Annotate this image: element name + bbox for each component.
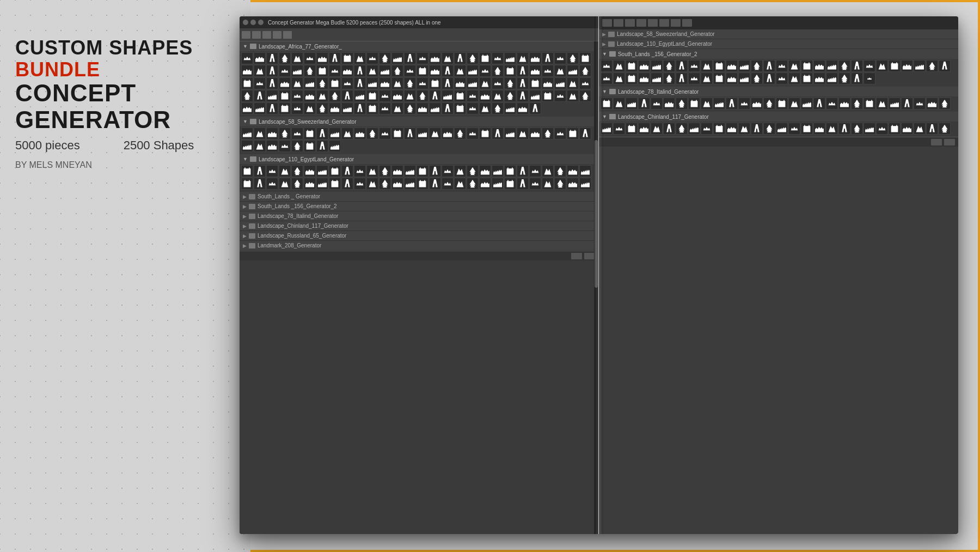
shape-cell[interactable]: [663, 123, 675, 135]
right-collapsed-switzerland[interactable]: ▶ Landscape_58_Sweezerland_Generator: [599, 29, 958, 39]
collapsed-chinland[interactable]: ▶ Landscape_Chinland_117_Generator: [240, 221, 598, 231]
shape-cell[interactable]: [429, 128, 441, 139]
shape-cell[interactable]: [467, 165, 479, 177]
shape-cell[interactable]: [341, 52, 353, 64]
right-toolbar-btn-3[interactable]: [625, 19, 635, 27]
shape-cell[interactable]: [467, 52, 479, 64]
shape-cell[interactable]: [291, 52, 303, 64]
shape-cell[interactable]: [329, 77, 341, 89]
shape-cell[interactable]: [291, 65, 303, 77]
shape-cell[interactable]: [266, 102, 278, 114]
shape-cell[interactable]: [763, 60, 775, 72]
shape-cell[interactable]: [429, 65, 441, 77]
shape-cell[interactable]: [579, 77, 591, 89]
shape-cell[interactable]: [492, 128, 504, 139]
shape-cell[interactable]: [454, 178, 466, 190]
shape-cell[interactable]: [404, 128, 416, 139]
shape-cell[interactable]: [776, 123, 788, 135]
shape-cell[interactable]: [567, 178, 579, 190]
shape-cell[interactable]: [416, 165, 428, 177]
shape-cell[interactable]: [454, 52, 466, 64]
shape-cell[interactable]: [567, 52, 579, 64]
shape-cell[interactable]: [479, 178, 491, 190]
shape-cell[interactable]: [939, 98, 951, 110]
shape-cell[interactable]: [504, 178, 516, 190]
shape-cell[interactable]: [316, 52, 328, 64]
shape-cell[interactable]: [442, 178, 454, 190]
section-header-switzerland[interactable]: ▼ Landscape_58_Sweezerland_Generator: [240, 117, 598, 126]
shape-cell[interactable]: [454, 128, 466, 139]
shape-cell[interactable]: [863, 98, 875, 110]
shape-cell[interactable]: [442, 90, 454, 102]
shape-cell[interactable]: [454, 65, 466, 77]
shape-cell[interactable]: [304, 140, 316, 152]
shape-cell[interactable]: [304, 65, 316, 77]
shape-cell[interactable]: [901, 123, 913, 135]
shape-cell[interactable]: [316, 140, 328, 152]
shape-cell[interactable]: [416, 102, 428, 114]
shape-cell[interactable]: [241, 52, 253, 64]
shape-cell[interactable]: [492, 65, 504, 77]
shape-cell[interactable]: [304, 178, 316, 190]
shape-cell[interactable]: [391, 165, 403, 177]
shape-cell[interactable]: [851, 98, 863, 110]
shape-cell[interactable]: [354, 128, 366, 139]
section-header-egypt[interactable]: ▼ Landscape_110_EgyptLand_Generator: [240, 154, 598, 164]
shape-cell[interactable]: [279, 140, 291, 152]
shape-cell[interactable]: [429, 90, 441, 102]
shape-cell[interactable]: [613, 60, 625, 72]
shape-cell[interactable]: [726, 98, 738, 110]
shape-cell[interactable]: [354, 102, 366, 114]
shape-cell[interactable]: [876, 123, 888, 135]
shape-cell[interactable]: [391, 128, 403, 139]
shape-cell[interactable]: [542, 165, 554, 177]
shape-cell[interactable]: [366, 165, 378, 177]
shape-cell[interactable]: [404, 65, 416, 77]
right-collapsed-egypt[interactable]: ▶ Landscape_110_EgyptLand_Generator: [599, 39, 958, 49]
shape-cell[interactable]: [751, 72, 763, 84]
shape-cell[interactable]: [379, 90, 391, 102]
shape-cell[interactable]: [254, 102, 266, 114]
right-toolbar-btn-8[interactable]: [682, 19, 692, 27]
shape-cell[interactable]: [467, 65, 479, 77]
shape-cell[interactable]: [241, 65, 253, 77]
shape-cell[interactable]: [279, 128, 291, 139]
shape-cell[interactable]: [492, 102, 504, 114]
section-header-africa[interactable]: ▼ Landscape_Africa_77_Generator_: [240, 41, 598, 51]
shape-cell[interactable]: [676, 98, 688, 110]
shape-cell[interactable]: [341, 178, 353, 190]
shape-cell[interactable]: [926, 123, 938, 135]
shape-cell[interactable]: [517, 90, 529, 102]
shape-cell[interactable]: [914, 60, 926, 72]
shape-cell[interactable]: [304, 128, 316, 139]
shape-cell[interactable]: [442, 52, 454, 64]
shape-cell[interactable]: [254, 52, 266, 64]
shape-cell[interactable]: [813, 123, 825, 135]
shape-cell[interactable]: [826, 98, 838, 110]
shape-cell[interactable]: [926, 60, 938, 72]
shape-cell[interactable]: [813, 60, 825, 72]
shape-cell[interactable]: [889, 123, 901, 135]
shape-cell[interactable]: [579, 52, 591, 64]
shape-cell[interactable]: [626, 60, 638, 72]
shape-cell[interactable]: [529, 77, 541, 89]
right-toolbar-btn-2[interactable]: [614, 19, 623, 27]
shape-cell[interactable]: [613, 98, 625, 110]
shape-cell[interactable]: [254, 65, 266, 77]
shape-cell[interactable]: [404, 178, 416, 190]
shape-cell[interactable]: [254, 140, 266, 152]
shape-cell[interactable]: [266, 90, 278, 102]
shape-cell[interactable]: [851, 72, 863, 84]
shape-cell[interactable]: [676, 72, 688, 84]
shape-cell[interactable]: [291, 90, 303, 102]
shape-cell[interactable]: [504, 90, 516, 102]
shape-cell[interactable]: [316, 178, 328, 190]
shape-cell[interactable]: [304, 102, 316, 114]
shape-cell[interactable]: [304, 90, 316, 102]
shape-cell[interactable]: [554, 178, 566, 190]
shape-cell[interactable]: [517, 52, 529, 64]
shape-cell[interactable]: [354, 77, 366, 89]
collapsed-landmark[interactable]: ▶ Landmark_208_Generator: [240, 241, 598, 251]
shape-cell[interactable]: [316, 128, 328, 139]
footer-btn-2[interactable]: [584, 253, 595, 259]
